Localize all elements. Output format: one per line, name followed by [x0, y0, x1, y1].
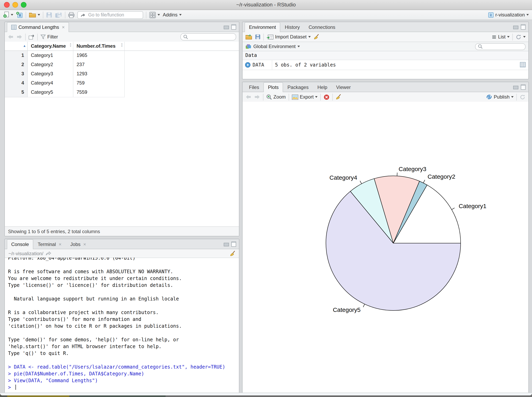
main-toolbar: R: [0, 10, 532, 20]
plot-canvas: Category1Category2Category3Category4Cate…: [242, 102, 528, 393]
close-tab-icon[interactable]: ×: [59, 241, 62, 247]
plots-pane: Files Plots Packages Help Viewer Zoom: [242, 82, 529, 394]
table-row[interactable]: 5 Category5 7559: [5, 88, 239, 97]
close-tab-icon[interactable]: ×: [83, 241, 86, 247]
print-button[interactable]: [68, 12, 75, 18]
table-icon: [11, 25, 16, 30]
fullscreen-window-button[interactable]: [21, 2, 26, 8]
tab-history[interactable]: History: [280, 22, 304, 32]
previous-plot-icon[interactable]: [245, 94, 251, 99]
tab-command-lengths[interactable]: Command Lengths ×: [7, 22, 69, 32]
filter-button[interactable]: Filter: [40, 34, 58, 40]
console-output-line: [8, 262, 236, 268]
refresh-environment-button[interactable]: [516, 34, 526, 40]
tab-packages[interactable]: Packages: [283, 82, 313, 92]
project-menu[interactable]: R r-visualization: [488, 12, 529, 18]
maximize-pane-icon[interactable]: [521, 25, 526, 30]
publish-plot-menu[interactable]: Publish: [486, 94, 513, 100]
popout-window-icon[interactable]: [28, 34, 34, 39]
import-dataset-button[interactable]: Import Dataset: [267, 34, 310, 40]
pie-label-tick: [363, 304, 365, 307]
addins-menu[interactable]: Addins: [163, 12, 181, 18]
console-command-line: > View(DATA, "Command Lengths"): [8, 377, 236, 384]
scope-selector-label[interactable]: Global Environment: [253, 44, 296, 49]
chevron-down-icon: [11, 14, 13, 16]
table-search-input[interactable]: [190, 34, 230, 40]
tab-files[interactable]: Files: [245, 82, 264, 92]
column-header-number-of-times[interactable]: Number.of.Times▲▼: [73, 42, 125, 50]
table-void: [125, 79, 239, 88]
maximize-pane-icon[interactable]: [521, 85, 526, 90]
cell-category-name: Category3: [28, 69, 73, 79]
table-row[interactable]: 2 Category2 237: [5, 60, 239, 69]
panes-grid-icon: [149, 12, 156, 18]
minimize-pane-icon[interactable]: [513, 26, 518, 29]
console-output-line: [8, 357, 236, 364]
table-row[interactable]: 3 Category3 1293: [5, 69, 239, 79]
environment-object-row[interactable]: DATA 5 obs. of 2 variables: [242, 60, 528, 70]
environment-pane: Environment History Connections Import D…: [242, 22, 529, 79]
minimize-pane-icon[interactable]: [224, 243, 229, 246]
workspace-panes-button[interactable]: [149, 12, 160, 18]
environment-search[interactable]: [475, 43, 526, 50]
minimize-window-button[interactable]: [13, 2, 18, 8]
goto-file-search[interactable]: [77, 11, 143, 19]
environment-search-input[interactable]: [485, 44, 522, 49]
table-void: [125, 42, 239, 50]
tab-jobs[interactable]: Jobs ×: [66, 239, 91, 249]
new-file-button[interactable]: [3, 12, 13, 18]
chevron-down-icon: [523, 36, 526, 38]
table-row[interactable]: 4 Category4 759: [5, 79, 239, 88]
close-tab-icon[interactable]: ×: [62, 25, 65, 30]
forward-icon[interactable]: [16, 34, 22, 39]
back-icon[interactable]: [8, 34, 14, 39]
load-workspace-folder-icon[interactable]: [245, 34, 252, 39]
clear-all-plots-broom-icon[interactable]: [336, 94, 341, 100]
environment-view-mode-menu[interactable]: List: [492, 34, 510, 40]
save-button[interactable]: [46, 12, 52, 18]
environment-layers-icon[interactable]: [245, 44, 251, 49]
maximize-pane-icon[interactable]: [231, 25, 236, 30]
table-row[interactable]: 1 Category1 1965: [5, 51, 239, 60]
column-label: Number.of.Times: [76, 43, 115, 49]
maximize-pane-icon[interactable]: [231, 242, 236, 247]
zoom-plot-button[interactable]: Zoom: [266, 94, 286, 100]
save-workspace-icon[interactable]: [255, 34, 260, 40]
goto-directory-icon[interactable]: [46, 251, 51, 256]
new-project-button[interactable]: R: [16, 12, 23, 18]
save-all-icon: [55, 12, 62, 18]
data-viewer-tabstrip: Command Lengths ×: [5, 22, 239, 32]
tab-console[interactable]: Console: [7, 239, 33, 249]
close-window-button[interactable]: [4, 2, 10, 8]
tab-help[interactable]: Help: [313, 82, 332, 92]
table-search[interactable]: [180, 33, 236, 40]
export-plot-menu[interactable]: Export: [292, 94, 317, 100]
window-frame: ~/r-visualization - RStudio R: [0, 0, 532, 395]
tab-environment[interactable]: Environment: [245, 22, 280, 32]
tab-plots[interactable]: Plots: [264, 82, 283, 92]
goto-file-input[interactable]: [87, 12, 136, 18]
tab-viewer[interactable]: Viewer: [332, 82, 355, 92]
pie-label-tick: [360, 181, 362, 184]
clear-environment-broom-icon[interactable]: [313, 34, 319, 40]
row-number-header[interactable]: ▲: [5, 42, 28, 50]
tab-terminal[interactable]: Terminal ×: [33, 239, 66, 249]
next-plot-icon[interactable]: [254, 94, 260, 99]
minimize-pane-icon[interactable]: [224, 26, 229, 29]
refresh-plot-icon[interactable]: [519, 94, 526, 100]
tab-connections[interactable]: Connections: [304, 22, 340, 32]
import-dataset-icon: [267, 34, 273, 39]
expand-object-icon[interactable]: [245, 62, 251, 68]
open-file-button[interactable]: [29, 12, 40, 18]
remove-plot-icon[interactable]: [324, 94, 330, 100]
chevron-down-icon: [308, 36, 310, 38]
clear-console-broom-icon[interactable]: [230, 250, 235, 257]
row-number: 4: [5, 79, 28, 88]
minimize-pane-icon[interactable]: [513, 86, 518, 89]
save-all-button[interactable]: [55, 12, 62, 18]
console-output[interactable]: Platform: x86_64-apple-darwin15.6.0 (64-…: [5, 258, 239, 393]
view-data-grid-icon[interactable]: [520, 62, 526, 67]
column-header-category-name[interactable]: Category.Name▲▼: [28, 42, 73, 50]
toolbar-separator: [25, 33, 26, 40]
console-prompt-line[interactable]: >: [8, 384, 236, 391]
